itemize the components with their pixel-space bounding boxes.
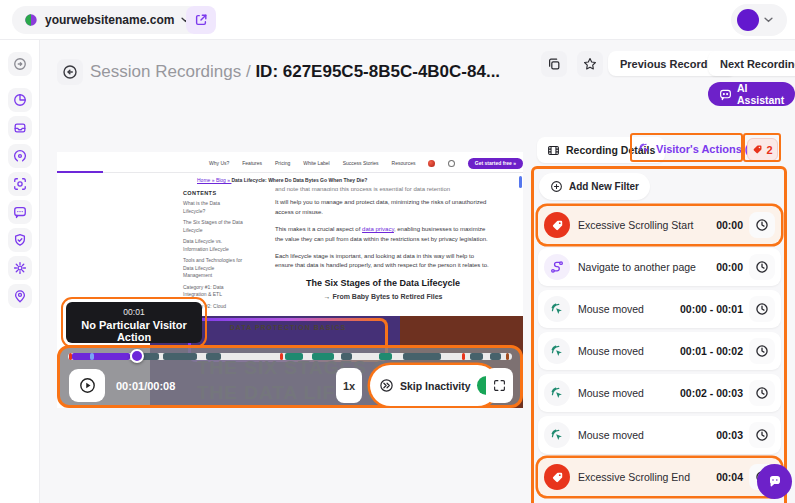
timeline-scrubber[interactable] (68, 353, 512, 360)
timeline-activity-segment (141, 353, 159, 360)
open-site-button[interactable] (186, 6, 216, 34)
clock-icon[interactable] (749, 254, 775, 280)
tab-visitors-actions[interactable]: Visitor's Actions (21) (638, 142, 764, 155)
contents-item: Category #1: Data Integration & ETL (183, 284, 243, 299)
contents-item: Tools and Technologies for Data Lifecycl… (183, 257, 243, 280)
contents-item: Data Lifecycle vs. Information Lifecycle (183, 238, 243, 253)
action-label: Navigate to another page (578, 261, 716, 273)
badge-count: 2 (766, 144, 772, 156)
divider (57, 172, 523, 173)
back-button[interactable] (57, 59, 83, 85)
fullscreen-button[interactable] (486, 368, 513, 403)
action-label: Mouse moved (578, 387, 680, 399)
timeline-activity-segment (379, 353, 392, 360)
pie-analytics-icon (13, 93, 27, 107)
tagged-actions-badge[interactable]: 2 (747, 138, 778, 161)
left-sidebar (0, 40, 40, 503)
replayed-nav-link: White Label (303, 160, 329, 166)
action-row[interactable]: Mouse moved00:01 - 00:02 (538, 332, 781, 370)
visitor-actions-list: Excessive Scrolling Start00:00Navigate t… (538, 206, 781, 496)
action-row[interactable]: Mouse moved00:00 - 00:01 (538, 290, 781, 328)
navigate-icon (544, 254, 570, 280)
tag-icon (752, 144, 763, 155)
sidebar-item-comment[interactable] (8, 200, 32, 224)
action-time: 00:03 (716, 429, 743, 441)
breadcrumb: Session Recordings / (90, 62, 255, 81)
replayed-cta-button: Get started free » (468, 158, 523, 169)
comment-icon (13, 205, 27, 219)
skip-forward-icon (379, 378, 394, 393)
sidebar-item-target-scan[interactable] (8, 172, 32, 196)
action-row[interactable]: Mouse moved00:02 - 00:03 (538, 374, 781, 412)
shield-check-icon (13, 233, 27, 247)
clock-icon[interactable] (749, 422, 775, 448)
clipped-text-line: and note that managing this process is e… (275, 186, 491, 191)
site-name: yourwebsitename.com (45, 13, 174, 27)
add-new-filter-button[interactable]: Add New Filter (539, 173, 650, 200)
action-row[interactable]: Excessive Scrolling Start00:00 (538, 206, 781, 244)
timeline-activity-segment (470, 353, 483, 360)
settings-gear-icon (13, 261, 27, 275)
target-scan-icon (13, 177, 27, 191)
skip-inactivity-control: Skip Inactivity (370, 365, 498, 406)
recording-id: ID: 627E95C5-8B5C-4B0C-84... (255, 62, 500, 81)
contents-item: What is the Data Lifecycle? (183, 200, 243, 215)
user-menu[interactable] (731, 4, 787, 36)
top-bar: yourwebsitename.com (0, 0, 795, 40)
timeline-playhead[interactable] (130, 349, 144, 363)
sidebar-item-shield-check[interactable] (8, 228, 32, 252)
next-recording-button[interactable]: Next Recording (708, 51, 795, 76)
add-new-filter-label: Add New Filter (569, 181, 639, 192)
location-person-icon (13, 289, 27, 303)
sidebar-item-pie-analytics[interactable] (8, 88, 32, 112)
timeline-activity-segment (163, 353, 196, 360)
app-window: yourwebsitename.com Session Recordings /… (0, 0, 795, 503)
tooltip-time: 00:01 (66, 307, 202, 317)
action-row[interactable]: Excessive Scrolling End00:04 (538, 458, 781, 496)
replayed-settings-dot (448, 160, 455, 167)
timeline-marker (506, 353, 509, 360)
action-time: 00:02 - 00:03 (680, 387, 743, 399)
action-label: Mouse moved (578, 303, 680, 315)
plus-circle-icon (550, 180, 563, 193)
play-button[interactable] (69, 369, 105, 402)
sidebar-item-inbox[interactable] (8, 116, 32, 140)
action-time: 00:04 (716, 471, 743, 483)
timeline-activity-segment (341, 353, 352, 360)
article-heading: The Six Stages of the Data Lifecycle (275, 278, 491, 288)
replayed-logo-dot (428, 160, 435, 167)
action-label: Mouse moved (578, 429, 716, 441)
site-selector[interactable]: yourwebsitename.com (12, 6, 202, 34)
timeline-activity-segment (206, 353, 222, 360)
replayed-nav-link: Features (242, 160, 262, 166)
clock-icon[interactable] (749, 338, 775, 364)
action-row[interactable]: Navigate to another page00:00 (538, 248, 781, 286)
replay-viewport[interactable]: Why Us?FeaturesPricingWhite LabelSuccess… (57, 152, 523, 408)
page-title: Session Recordings / ID: 627E95C5-8B5C-4… (90, 62, 500, 82)
replayed-nav-link: Why Us? (209, 160, 229, 166)
ai-assistant-label: AI Assistant (737, 82, 784, 106)
sidebar-item-voice-wave[interactable] (8, 144, 32, 168)
favorite-star-button[interactable] (577, 51, 603, 77)
banner-label: DATA PROTECTION BASICS (191, 324, 385, 331)
timeline-activity-segment (285, 353, 304, 360)
action-row[interactable]: Mouse moved00:03 (538, 416, 781, 454)
timeline-activity-segment (312, 353, 334, 360)
clock-icon[interactable] (749, 296, 775, 322)
action-label: Excessive Scrolling Start (578, 219, 716, 231)
clock-icon[interactable] (749, 212, 775, 238)
mouse-activity-icon (638, 142, 651, 155)
timeline-marker (280, 353, 283, 360)
ai-assistant-button[interactable]: AI Assistant (708, 82, 795, 106)
action-label: Excessive Scrolling End (578, 471, 716, 483)
reading-progress-bar (57, 171, 103, 173)
copy-id-button[interactable] (541, 51, 567, 77)
article-paragraph: It will help you to manage and protect d… (275, 198, 491, 218)
sidebar-item-location-person[interactable] (8, 284, 32, 308)
sidebar-item-settings-gear[interactable] (8, 256, 32, 280)
support-chat-button[interactable] (757, 464, 792, 499)
contents-title: CONTENTS (183, 190, 243, 196)
clock-icon[interactable] (749, 380, 775, 406)
sidebar-item-collapse[interactable] (8, 52, 32, 76)
playback-speed-button[interactable]: 1x (336, 368, 362, 403)
